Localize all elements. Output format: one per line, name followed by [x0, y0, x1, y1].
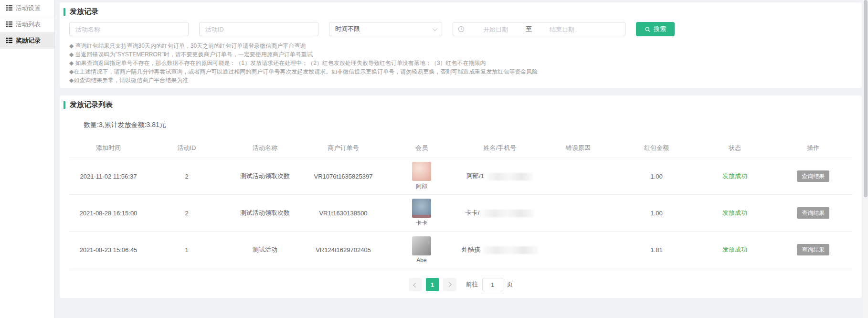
note-line: ◆ 如果查询返回指定单号不存在，那么数据不存在的原因可能是：（1）发放请求还在处… [69, 59, 852, 67]
cell-amount: 1.00 [617, 210, 696, 217]
next-page-button[interactable] [443, 278, 456, 291]
search-button[interactable]: 搜索 [636, 22, 675, 36]
sidebar-item-activity-list[interactable]: 活动列表 [0, 16, 54, 32]
member-avatar [412, 236, 431, 255]
sidebar-item-label: 奖励记录 [16, 36, 41, 45]
column-header: 操作 [774, 144, 852, 152]
table-row: 2021-11-02 11:56:37 2 测试活动领取次数 VR1076t16… [69, 158, 852, 195]
filter-card: 发放记录 时间不限 至 [60, 2, 862, 88]
query-result-button[interactable]: 查询结果 [797, 244, 829, 255]
masked-phone [482, 246, 538, 254]
filter-card-header: 发放记录 [64, 7, 852, 16]
time-select-value: 时间不限 [335, 25, 360, 33]
sidebar-item-label: 活动设置 [16, 4, 41, 12]
cell-order-no: VR1t1630138500 [304, 210, 382, 217]
list-icon [6, 5, 12, 11]
page-number-button[interactable]: 1 [426, 278, 439, 291]
note-line: ◆ 查询红包结果只支持查询30天内的红包订单，30天之前的红包订单请登录微信商户… [69, 42, 852, 50]
name-phone-visible: 炸酷孩 [462, 246, 480, 253]
status-badge: 发放成功 [696, 245, 774, 254]
end-date-input[interactable] [534, 23, 590, 35]
note-line: ◆在上述情况下，请商户隔几分钟再尝试查询，或者商户可以通过相同的商户订单号再次发… [69, 68, 852, 75]
column-header: 错误原因 [539, 144, 617, 152]
member-nickname: 阿部 [416, 182, 427, 191]
member-nickname: 卡卡 [416, 219, 427, 227]
chevron-right-icon [447, 282, 452, 286]
records-table: 添加时间 活动ID 活动名称 商户订单号 会员 姓名/手机号 错误原因 红包金额… [69, 138, 852, 268]
note-line: ◆ 当返回错误码为"SYSTEMERROR"时，请不要更换商户订单号，一定要使用… [69, 51, 852, 58]
name-phone-visible: 阿部/1 [466, 172, 484, 180]
status-badge: 发放成功 [696, 172, 774, 180]
query-result-button[interactable]: 查询结果 [797, 170, 829, 182]
main-content: 发放记录 时间不限 至 [55, 0, 868, 318]
query-result-button[interactable]: 查询结果 [797, 207, 829, 219]
page-title: 发放记录 [70, 7, 98, 16]
section-accent-bar [64, 101, 65, 109]
page-unit-label: 页 [507, 280, 513, 289]
column-header: 会员 [382, 144, 461, 152]
sidebar-item-reward-records[interactable]: 奖励记录 [0, 32, 54, 49]
cell-added-time: 2021-08-28 16:15:00 [69, 210, 148, 217]
cell-activity-name: 测试活动领取次数 [226, 209, 304, 217]
table-header-row: 添加时间 活动ID 活动名称 商户订单号 会员 姓名/手机号 错误原因 红包金额… [69, 138, 852, 158]
cell-amount: 1.81 [617, 246, 696, 254]
cell-action: 查询结果 [774, 170, 852, 182]
cell-action: 查询结果 [774, 244, 852, 255]
member-avatar [412, 199, 431, 218]
scrollbar-track[interactable] [863, 0, 868, 318]
cell-activity-name: 测试活动 [226, 245, 304, 254]
cell-activity-id: 2 [148, 210, 226, 217]
goto-label: 前往 [466, 280, 478, 289]
list-icon [6, 37, 12, 43]
prev-page-button[interactable] [409, 278, 422, 291]
date-separator: 至 [526, 25, 532, 33]
chevron-left-icon [413, 283, 418, 287]
time-range-select[interactable]: 时间不限 [329, 22, 442, 36]
cell-activity-id: 1 [148, 246, 226, 254]
cell-activity-name: 测试活动领取次数 [226, 172, 304, 180]
search-icon [645, 26, 651, 32]
member-avatar [412, 162, 431, 181]
cell-amount: 1.00 [617, 173, 696, 180]
cell-action: 查询结果 [774, 207, 852, 219]
clock-icon [458, 26, 465, 32]
search-button-label: 搜索 [654, 25, 666, 33]
column-header: 添加时间 [69, 144, 148, 152]
activity-id-input[interactable] [199, 22, 318, 36]
card-gap [60, 88, 862, 95]
goto-page-input[interactable] [482, 278, 503, 291]
sidebar-item-activity-settings[interactable]: 活动设置 [0, 0, 54, 16]
table-row: 2021-08-28 16:15:00 2 测试活动领取次数 VR1t16301… [69, 195, 852, 232]
records-title: 发放记录列表 [70, 100, 113, 109]
notes: ◆ 查询红包结果只支持查询30天内的红包订单，30天之前的红包订单请登录微信商户… [69, 42, 852, 84]
column-header: 红包金额 [617, 144, 696, 152]
column-header: 商户订单号 [304, 144, 382, 152]
filter-row: 时间不限 至 [69, 22, 852, 36]
cell-added-time: 2021-08-23 15:06:45 [69, 246, 148, 254]
start-date-input[interactable] [467, 23, 524, 35]
cell-order-no: VR1076t1635825397 [304, 173, 382, 180]
table-row: 2021-08-23 15:06:45 1 测试活动 VR124t1629702… [69, 232, 852, 268]
status-badge: 发放成功 [696, 209, 774, 217]
column-header: 姓名/手机号 [461, 144, 539, 152]
masked-phone [486, 173, 533, 180]
cell-member: 阿部 [382, 162, 461, 191]
name-phone-visible: 卡卡/ [466, 209, 480, 216]
cell-name-phone: 卡卡/ [461, 209, 539, 217]
records-card: 发放记录列表 数量:3,累计发放金额:3.81元 添加时间 活动ID 活动名称 … [60, 95, 862, 298]
column-header: 活动名称 [226, 144, 304, 152]
list-icon [6, 21, 12, 27]
member-nickname: Abe [416, 257, 426, 264]
cell-member: Abe [382, 236, 461, 264]
activity-name-input[interactable] [69, 22, 189, 36]
section-accent-bar [64, 8, 65, 16]
sidebar: 活动设置 活动列表 奖励记录 [0, 0, 55, 318]
pagination: 1 前往 页 [69, 278, 852, 291]
date-range-picker[interactable]: 至 [453, 22, 625, 36]
column-header: 活动ID [148, 144, 226, 152]
scrollbar-thumb[interactable] [864, 0, 868, 197]
note-line: ◆如查询结果异常，请以微信商户平台结果为准 [69, 76, 852, 84]
cell-name-phone: 炸酷孩 [461, 245, 539, 254]
records-card-header: 发放记录列表 [64, 100, 852, 109]
cell-member: 卡卡 [382, 199, 461, 227]
